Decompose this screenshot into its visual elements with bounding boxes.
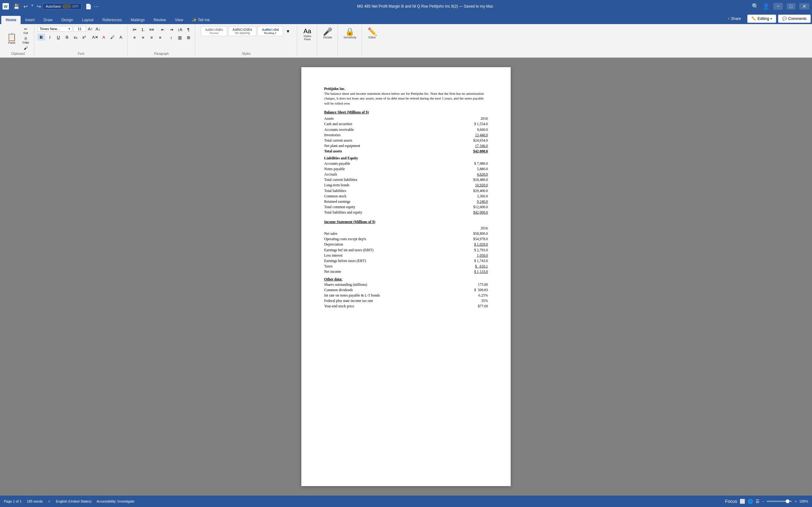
format-painter-icon: 🖌 <box>24 46 28 50</box>
pencil-icon: ✏️ <box>751 16 756 21</box>
liabilities-header: Liabilities and Equity <box>324 156 488 161</box>
tab-insert[interactable]: Insert <box>20 16 39 24</box>
assets-header-row: Assets 2016 <box>324 116 488 121</box>
styles-more-button[interactable]: ▾ <box>284 27 292 35</box>
font-family-selector[interactable]: Times New... ▾ <box>38 26 72 32</box>
shading-button[interactable]: ▥ <box>176 34 184 41</box>
focus-button[interactable]: Focus <box>725 499 737 504</box>
format-painter-button[interactable]: 🖌 <box>20 45 32 51</box>
bullet-list-button[interactable]: ≡• <box>131 26 138 33</box>
status-bar-left: Page 1 of 1 185 words ✓ English (United … <box>4 499 135 504</box>
tab-design[interactable]: Design <box>57 16 78 24</box>
editing-button[interactable]: ✏️ Editing ▾ <box>747 14 776 23</box>
print-layout-icon[interactable]: ⬜ <box>740 499 745 504</box>
spell-check-icon[interactable]: ✓ <box>48 499 51 504</box>
underline-button[interactable]: U <box>55 34 62 41</box>
table-row: Total current assets $24,654.0 <box>324 138 488 143</box>
borders-button[interactable]: ⊞ <box>185 34 192 41</box>
table-row: Total current liabilities $18,480.0 <box>324 177 488 182</box>
paste-button[interactable]: 📋 Paste <box>4 32 19 46</box>
table-row: Total liabilities $29,400.0 <box>324 188 488 193</box>
autosave-switch[interactable] <box>62 4 71 9</box>
comments-label: Comments <box>788 16 807 21</box>
font-dropdown-icon: ▾ <box>68 27 70 31</box>
increase-font-btn[interactable]: A↑ <box>87 26 94 32</box>
number-list-button[interactable]: 1. <box>139 26 147 33</box>
copy-button[interactable]: ⎘ Copy <box>20 36 32 45</box>
decrease-font-btn[interactable]: A↓ <box>95 26 101 32</box>
font-name: Times New... <box>40 27 60 31</box>
table-row: Accruals 4,620.0 <box>324 172 488 177</box>
strikethrough-button[interactable]: S <box>63 34 71 41</box>
show-marks-button[interactable]: ¶ <box>185 26 192 33</box>
people-icon[interactable]: 👤 <box>763 3 769 10</box>
font-size-selector[interactable]: 11 <box>73 26 86 32</box>
font-selector-row: Times New... ▾ 11 A↑ A↓ <box>38 26 125 32</box>
zoom-out-icon[interactable]: − <box>762 499 764 503</box>
outline-icon[interactable]: ☰ <box>756 499 760 504</box>
undo-icon[interactable]: ↩ <box>23 3 28 9</box>
justify-button[interactable]: ≡ <box>156 34 164 41</box>
cut-button[interactable]: ✂ Cut <box>20 26 32 35</box>
bold-button[interactable]: B <box>38 34 45 41</box>
styles-group: AaBbCcDdEe Normal AaBbCcDdEe No Spacing … <box>196 25 297 56</box>
zoom-in-icon[interactable]: + <box>795 499 797 503</box>
undo-dropdown-icon[interactable]: ▾ <box>32 3 33 9</box>
text-color-button[interactable]: A <box>100 34 107 41</box>
save-icon[interactable]: 💾 <box>13 3 20 9</box>
styles-pane-button[interactable]: Aa Styles Pane <box>300 26 314 43</box>
share-button[interactable]: ↑ Share <box>723 15 745 22</box>
redo-icon[interactable]: ↪ <box>37 3 41 9</box>
table-row: Operating costs except dep'n $54,978.0 <box>324 236 488 241</box>
table-row: Accounts receivable 9,660.0 <box>324 127 488 132</box>
more-options-icon[interactable]: ⋯ <box>94 3 99 9</box>
editor-button[interactable]: ✏️ Editor <box>365 26 380 41</box>
align-left-button[interactable]: ≡ <box>131 34 138 41</box>
style-heading1[interactable]: AaBbCcDd Heading 1 <box>258 26 283 36</box>
autosave-toggle[interactable]: AutoSave OFF <box>43 3 82 9</box>
document-page[interactable]: Pettijohn Inc. The balance sheet and inc… <box>301 67 511 486</box>
file-icon[interactable]: 📄 <box>85 3 92 9</box>
share-icon: ↑ <box>728 16 729 21</box>
tab-mailings[interactable]: Mailings <box>126 16 149 24</box>
editing-label: Editing <box>757 16 769 21</box>
maximize-btn[interactable]: □ <box>786 3 796 9</box>
tab-review[interactable]: Review <box>149 16 170 24</box>
zoom-level[interactable]: 100% <box>799 499 808 503</box>
accessibility-button[interactable]: Accessibility: Investigate <box>97 499 135 503</box>
dictate-button[interactable]: 🎤 Dictate <box>320 26 335 41</box>
align-center-button[interactable]: ≡ <box>139 34 147 41</box>
minimize-btn[interactable]: − <box>773 3 782 10</box>
search-icon[interactable]: 🔍 <box>752 3 759 10</box>
language-indicator[interactable]: English (United States) <box>56 499 92 503</box>
web-layout-icon[interactable]: 🌐 <box>748 499 753 504</box>
highlight-button[interactable]: 🖊 <box>108 34 116 41</box>
zoom-slider[interactable] <box>767 501 792 502</box>
tab-view[interactable]: View <box>171 16 188 24</box>
comments-button[interactable]: 💬 Comments <box>778 14 811 23</box>
sensitivity-button[interactable]: 🔒 Sensitivity <box>341 26 359 41</box>
autosave-state: OFF <box>72 5 79 8</box>
title-bar: W 💾 ↩ ▾ ↪ AutoSave OFF 📄 ⋯ MG 485 Net Pr… <box>0 0 812 13</box>
line-spacing-button[interactable]: ↕ <box>167 34 175 41</box>
style-no-spacing[interactable]: AaBbCcDdEe No Spacing <box>229 26 256 36</box>
tab-layout[interactable]: Layout <box>78 16 98 24</box>
multi-level-list-button[interactable]: ≡≡ <box>148 26 155 33</box>
decrease-indent-button[interactable]: ⇤ <box>159 26 166 33</box>
tab-references[interactable]: References <box>98 16 126 24</box>
heading1-label: Heading 1 <box>262 32 279 35</box>
style-normal[interactable]: AaBbCcDdEe Normal <box>201 26 227 36</box>
tab-draw[interactable]: Draw <box>39 16 57 24</box>
close-btn[interactable]: ✕ <box>799 3 809 9</box>
tab-home[interactable]: Home <box>1 16 20 24</box>
increase-indent-button[interactable]: ⇥ <box>167 26 175 33</box>
clear-format-button[interactable]: A✕ <box>91 34 99 41</box>
align-right-button[interactable]: ≡ <box>148 34 155 41</box>
tab-tell-me[interactable]: ✨ Tell me <box>188 16 214 24</box>
sort-button[interactable]: ↕A <box>176 26 184 33</box>
italic-button[interactable]: I <box>46 34 54 41</box>
ribbon-tabs: Home Insert Draw Design Layout Reference… <box>0 13 812 24</box>
font-color-button[interactable]: A <box>117 34 125 41</box>
superscript-button[interactable]: x² <box>80 34 88 41</box>
subscript-button[interactable]: x₂ <box>72 34 79 41</box>
